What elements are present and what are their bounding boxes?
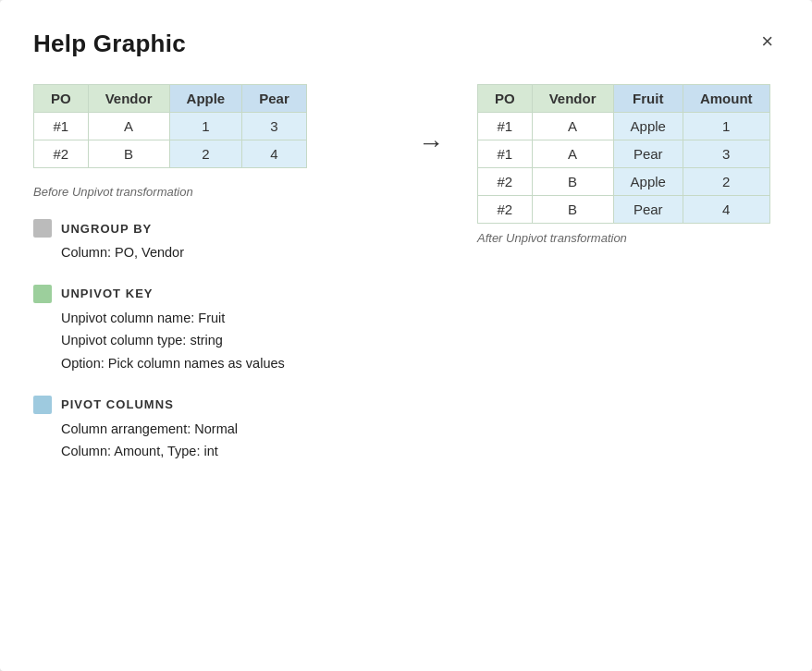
after-table-caption: After Unpivot transformation: [477, 231, 627, 245]
after-header-vendor: Vendor: [532, 85, 613, 113]
after-r4-fruit: Pear: [613, 196, 683, 224]
before-header-apple: Apple: [169, 85, 242, 113]
after-table: PO Vendor Fruit Amount #1 A Apple 1: [477, 84, 770, 224]
pivot-columns-body: Column arrangement: Normal Column: Amoun…: [61, 418, 385, 463]
after-header-po: PO: [478, 85, 533, 113]
unpivot-key-section: UNPIVOT KEY Unpivot column name: Fruit U…: [33, 285, 385, 375]
after-r1-amount: 1: [683, 113, 769, 140]
after-r2-fruit: Pear: [613, 140, 683, 168]
pivot-columns-line-2: Column: Amount, Type: int: [61, 440, 385, 463]
pivot-columns-line-1: Column arrangement: Normal: [61, 418, 385, 441]
after-r3-amount: 2: [683, 168, 769, 196]
ungroup-title: UNGROUP BY: [61, 222, 152, 236]
left-panel: PO Vendor Apple Pear #1 A 1 3: [33, 84, 385, 463]
after-r1-po: #1: [478, 113, 533, 140]
ungroup-title-row: UNGROUP BY: [33, 219, 385, 238]
transform-arrow: →: [418, 130, 444, 156]
before-table-wrap: PO Vendor Apple Pear #1 A 1 3: [33, 84, 385, 199]
before-r1-pear: 3: [242, 113, 307, 140]
unpivot-key-line-1: Unpivot column name: Fruit: [61, 307, 385, 330]
before-r1-po: #1: [34, 113, 89, 140]
before-table-section: PO Vendor Apple Pear #1 A 1 3: [33, 84, 307, 168]
after-r1-fruit: Apple: [613, 113, 683, 140]
after-r3-fruit: Apple: [613, 168, 683, 196]
before-r2-po: #2: [34, 140, 89, 168]
content-area: PO Vendor Apple Pear #1 A 1 3: [33, 84, 779, 463]
before-table-caption: Before Unpivot transformation: [33, 185, 193, 199]
ungroup-color-box: [33, 219, 52, 238]
before-header-pear: Pear: [242, 85, 307, 113]
dialog-header: Help Graphic ×: [33, 30, 779, 58]
before-r2-vendor: B: [88, 140, 169, 168]
ungroup-section: UNGROUP BY Column: PO, Vendor: [33, 219, 385, 264]
after-header-fruit: Fruit: [613, 85, 683, 113]
ungroup-body: Column: PO, Vendor: [61, 241, 385, 264]
table-row: #2 B 2 4: [34, 140, 307, 168]
unpivot-key-line-2: Unpivot column type: string: [61, 329, 385, 352]
after-r3-vendor: B: [532, 168, 613, 196]
help-graphic-dialog: Help Graphic × PO Vendor Apple Pear: [0, 0, 812, 671]
before-r2-apple: 2: [169, 140, 242, 168]
before-header-vendor: Vendor: [88, 85, 169, 113]
after-r4-amount: 4: [683, 196, 769, 224]
table-row: #2 B Apple 2: [478, 168, 770, 196]
before-r1-apple: 1: [169, 113, 242, 140]
right-panel: PO Vendor Fruit Amount #1 A Apple 1: [477, 84, 792, 245]
before-r2-pear: 4: [242, 140, 307, 168]
after-header-amount: Amount: [683, 85, 769, 113]
before-r1-vendor: A: [88, 113, 169, 140]
close-button[interactable]: ×: [756, 30, 779, 54]
pivot-columns-section: PIVOT COLUMNS Column arrangement: Normal…: [33, 396, 385, 463]
table-row: #1 A Pear 3: [478, 140, 770, 168]
ungroup-line-1: Column: PO, Vendor: [61, 241, 385, 264]
table-row: #2 B Pear 4: [478, 196, 770, 224]
before-header-po: PO: [34, 85, 89, 113]
table-row: #1 A 1 3: [34, 113, 307, 140]
after-r2-vendor: A: [532, 140, 613, 168]
after-r2-amount: 3: [683, 140, 769, 168]
unpivot-key-color-box: [33, 285, 52, 303]
unpivot-key-title: UNPIVOT KEY: [61, 287, 154, 300]
pivot-columns-title: PIVOT COLUMNS: [61, 397, 174, 411]
after-r2-po: #1: [478, 140, 533, 168]
table-row: #1 A Apple 1: [478, 113, 770, 140]
unpivot-key-body: Unpivot column name: Fruit Unpivot colum…: [61, 307, 385, 375]
before-table: PO Vendor Apple Pear #1 A 1 3: [33, 84, 307, 168]
pivot-columns-color-box: [33, 396, 52, 414]
arrow-container: →: [418, 84, 444, 156]
after-table-wrap: PO Vendor Fruit Amount #1 A Apple 1: [477, 84, 792, 245]
unpivot-key-line-3: Option: Pick column names as values: [61, 352, 385, 375]
after-r3-po: #2: [478, 168, 533, 196]
after-r1-vendor: A: [532, 113, 613, 140]
after-r4-vendor: B: [532, 196, 613, 224]
unpivot-key-title-row: UNPIVOT KEY: [33, 285, 385, 303]
dialog-title: Help Graphic: [33, 30, 186, 58]
pivot-columns-title-row: PIVOT COLUMNS: [33, 396, 385, 414]
after-r4-po: #2: [478, 196, 533, 224]
